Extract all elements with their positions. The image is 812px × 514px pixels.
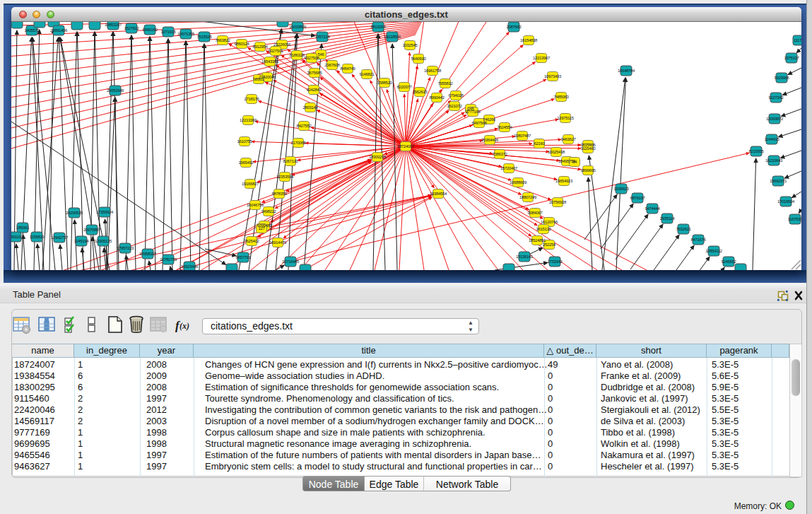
svg-text:20691406: 20691406 xyxy=(50,28,68,33)
svg-text:12942737: 12942737 xyxy=(51,235,69,240)
svg-text:39119: 39119 xyxy=(11,235,21,239)
svg-text:10671355: 10671355 xyxy=(177,32,195,36)
svg-text:10973493: 10973493 xyxy=(544,74,562,78)
svg-text:12353594: 12353594 xyxy=(276,175,294,179)
svg-text:17359924: 17359924 xyxy=(96,210,114,214)
svg-text:15720407: 15720407 xyxy=(500,166,518,170)
svg-text:127: 127 xyxy=(259,226,266,230)
svg-text:16648784: 16648784 xyxy=(618,69,635,73)
svg-text:12213369: 12213369 xyxy=(240,118,257,122)
svg-text:7386372: 7386372 xyxy=(493,152,508,156)
svg-text:7955812: 7955812 xyxy=(438,81,454,86)
svg-text:7515526: 7515526 xyxy=(197,35,213,39)
svg-text:8454749: 8454749 xyxy=(341,66,356,71)
svg-text:20364436: 20364436 xyxy=(481,138,499,142)
svg-text:8471676: 8471676 xyxy=(691,238,707,242)
svg-text:9146821: 9146821 xyxy=(360,72,375,76)
svg-text:1733342: 1733342 xyxy=(548,259,563,264)
svg-text:20053346: 20053346 xyxy=(107,88,124,93)
svg-text:8912954: 8912954 xyxy=(253,45,269,49)
svg-text:1610755: 1610755 xyxy=(237,139,253,144)
svg-text:98901: 98901 xyxy=(254,77,265,81)
svg-text:8215955: 8215955 xyxy=(749,149,765,153)
svg-text:1071915: 1071915 xyxy=(161,30,177,34)
svg-text:18724007: 18724007 xyxy=(397,144,415,148)
svg-text:17016504: 17016504 xyxy=(777,199,795,204)
svg-text:7632621: 7632621 xyxy=(676,227,692,231)
svg-text:10025438: 10025438 xyxy=(548,150,565,154)
svg-text:1032545: 1032545 xyxy=(403,43,418,47)
svg-text:3675685: 3675685 xyxy=(307,71,323,75)
svg-text:15716485: 15716485 xyxy=(282,259,300,264)
svg-text:10688609: 10688609 xyxy=(510,180,527,185)
svg-text:16120746: 16120746 xyxy=(541,220,558,224)
svg-text:18807249: 18807249 xyxy=(519,195,537,199)
svg-text:16033809: 16033809 xyxy=(289,25,307,29)
svg-text:6966160: 6966160 xyxy=(143,28,158,32)
svg-text:9245652: 9245652 xyxy=(722,259,737,264)
svg-text:1167533: 1167533 xyxy=(788,217,801,221)
svg-text:9657791: 9657791 xyxy=(236,255,252,259)
svg-text:16543362: 16543362 xyxy=(261,59,279,64)
svg-text:1615132: 1615132 xyxy=(536,227,552,231)
svg-text:9084067: 9084067 xyxy=(528,211,543,215)
svg-text:1621072: 1621072 xyxy=(447,104,463,108)
svg-text:8220377: 8220377 xyxy=(397,85,413,89)
svg-text:11174: 11174 xyxy=(794,38,801,42)
svg-text:9227342: 9227342 xyxy=(769,95,784,100)
svg-text:8878352: 8878352 xyxy=(272,192,288,196)
svg-text:8813054: 8813054 xyxy=(371,25,387,29)
svg-text:19166827: 19166827 xyxy=(242,182,259,186)
svg-text:10807487: 10807487 xyxy=(514,134,531,138)
svg-text:15136141: 15136141 xyxy=(516,255,534,259)
svg-text:10923446: 10923446 xyxy=(181,264,199,269)
svg-text:20206535: 20206535 xyxy=(66,211,83,215)
svg-text:1575107: 1575107 xyxy=(784,56,800,60)
svg-text:17957223: 17957223 xyxy=(117,246,134,250)
svg-text:5640910: 5640910 xyxy=(411,57,427,61)
svg-text:19218506: 19218506 xyxy=(384,35,401,39)
svg-text:1938923: 1938923 xyxy=(614,187,630,191)
svg-text:1527602: 1527602 xyxy=(124,26,140,30)
svg-text:9115460: 9115460 xyxy=(581,146,596,151)
svg-text:1156829: 1156829 xyxy=(30,235,45,239)
svg-text:20975887: 20975887 xyxy=(83,228,101,232)
svg-text:12975115: 12975115 xyxy=(557,116,574,120)
svg-text:9329966: 9329966 xyxy=(775,76,790,80)
svg-text:18300295: 18300295 xyxy=(369,155,387,159)
svg-text:19384554: 19384554 xyxy=(430,192,447,196)
svg-text:10854112: 10854112 xyxy=(705,249,722,253)
svg-text:16046756: 16046756 xyxy=(247,203,264,207)
svg-text:(x): (x) xyxy=(180,321,189,331)
svg-text:2718176: 2718176 xyxy=(245,97,260,101)
svg-text:9327501: 9327501 xyxy=(269,49,284,53)
svg-text:7357224: 7357224 xyxy=(315,35,331,39)
svg-text:7625402: 7625402 xyxy=(245,239,260,243)
svg-text:16154838: 16154838 xyxy=(520,38,538,42)
svg-text:6879197: 6879197 xyxy=(630,196,646,200)
svg-text:12093872: 12093872 xyxy=(766,117,784,121)
svg-text:9777169: 9777169 xyxy=(466,110,481,114)
svg-text:7663822: 7663822 xyxy=(216,38,231,42)
svg-text:12905135: 12905135 xyxy=(95,239,112,243)
svg-text:7485063: 7485063 xyxy=(554,95,570,99)
svg-text:185061: 185061 xyxy=(16,226,30,230)
svg-text:84: 84 xyxy=(572,160,577,164)
svg-text:6497568: 6497568 xyxy=(472,121,488,125)
svg-text:2087682: 2087682 xyxy=(507,25,522,29)
svg-text:1965492: 1965492 xyxy=(239,160,254,165)
svg-text:9474444: 9474444 xyxy=(645,206,661,211)
svg-text:8186328: 8186328 xyxy=(290,53,305,57)
svg-text:20756928: 20756928 xyxy=(549,200,567,204)
svg-text:9860124: 9860124 xyxy=(235,42,250,46)
svg-text:16782759: 16782759 xyxy=(160,257,177,262)
svg-text:10853267: 10853267 xyxy=(105,23,122,27)
svg-text:2803144: 2803144 xyxy=(303,105,319,110)
svg-text:1145194: 1145194 xyxy=(74,239,89,243)
svg-text:2935114: 2935114 xyxy=(660,216,675,221)
svg-text:9463627: 9463627 xyxy=(561,137,577,141)
svg-text:62160: 62160 xyxy=(534,141,546,146)
svg-text:8990443: 8990443 xyxy=(430,95,445,100)
svg-text:1405572: 1405572 xyxy=(25,28,40,33)
svg-text:10958107: 10958107 xyxy=(139,252,157,256)
